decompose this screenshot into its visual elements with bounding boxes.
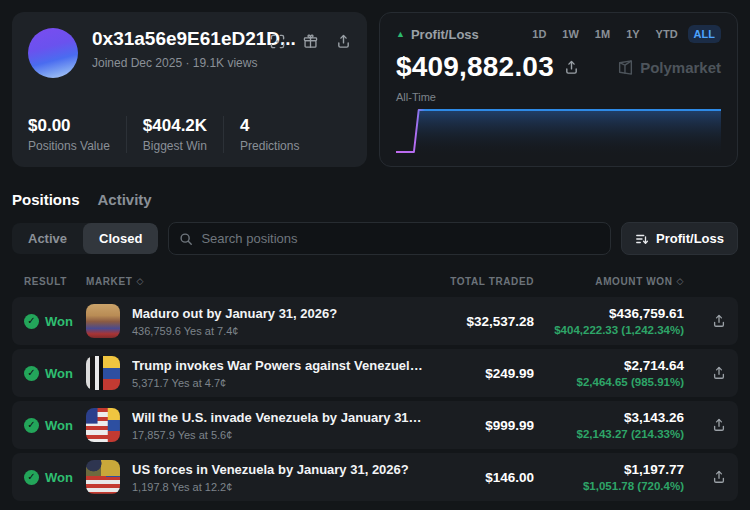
profile-name: 0x31a56e9E61eD21D... — [92, 28, 270, 50]
check-circle-icon: ✓ — [24, 366, 39, 381]
market-thumbnail — [86, 356, 120, 390]
header-total-traded[interactable]: TOTAL TRADED — [424, 276, 534, 287]
positions-list: ✓ Won Maduro out by January 31, 2026? 43… — [12, 297, 738, 501]
position-detail: 5,371.7 Yes at 4.7¢ — [132, 377, 424, 389]
expand-icon[interactable] — [270, 34, 285, 49]
status-filter: Active Closed — [12, 223, 158, 254]
range-all[interactable]: ALL — [688, 25, 721, 43]
share-icon[interactable] — [712, 366, 726, 380]
range-1m[interactable]: 1M — [589, 25, 616, 43]
sort-caret-icon: ◇ — [136, 276, 144, 286]
amount-won-value: $1,197.77 — [534, 462, 684, 477]
stat-biggest-win: $404.2K Biggest Win — [126, 116, 223, 153]
share-icon[interactable] — [712, 314, 726, 328]
time-range-selector: 1D 1W 1M 1Y YTD ALL — [526, 25, 721, 43]
position-detail: 1,197.8 Yes at 12.2¢ — [132, 481, 424, 493]
stat-predictions: 4 Predictions — [223, 116, 315, 153]
polymarket-logo-icon — [617, 59, 634, 76]
pnl-chart — [396, 104, 721, 156]
profile-card: 0x31a56e9E61eD21D... Joined Dec 2025 · 1… — [12, 12, 367, 167]
market-thumbnail — [86, 460, 120, 494]
total-traded-value: $249.99 — [424, 366, 534, 381]
top-cards: 0x31a56e9E61eD21D... Joined Dec 2025 · 1… — [12, 12, 738, 167]
polymarket-watermark: Polymarket — [617, 59, 721, 76]
range-1d[interactable]: 1D — [526, 25, 552, 43]
avatar — [28, 28, 78, 78]
header-market[interactable]: MARKET ◇ — [86, 276, 424, 287]
share-icon[interactable] — [336, 34, 351, 49]
section-tabs: Positions Activity — [12, 191, 738, 208]
positions-controls: Active Closed Profit/Loss — [12, 222, 738, 255]
share-icon[interactable] — [564, 60, 579, 75]
share-icon[interactable] — [712, 470, 726, 484]
pnl-value: $409,882.03 — [396, 51, 554, 83]
market-title[interactable]: Will the U.S. invade Venezuela by Januar… — [132, 410, 424, 425]
total-traded-value: $999.99 — [424, 418, 534, 433]
table-row[interactable]: ✓ Won Will the U.S. invade Venezuela by … — [12, 401, 738, 449]
up-triangle-icon: ▲ — [396, 30, 405, 39]
sort-descending-icon — [635, 232, 649, 246]
range-1w[interactable]: 1W — [556, 25, 585, 43]
share-icon[interactable] — [712, 418, 726, 432]
market-title[interactable]: US forces in Venezuela by January 31, 20… — [132, 462, 424, 477]
search-input[interactable] — [201, 231, 600, 246]
gift-icon[interactable] — [303, 34, 318, 49]
position-detail: 17,857.9 Yes at 5.6¢ — [132, 429, 424, 441]
profit-value: $404,222.33 (1,242.34%) — [534, 324, 684, 336]
check-circle-icon: ✓ — [24, 470, 39, 485]
profile-stats: $0.00 Positions Value $404.2K Biggest Wi… — [28, 116, 351, 153]
market-title[interactable]: Maduro out by January 31, 2026? — [132, 306, 424, 321]
market-title[interactable]: Trump invokes War Powers against Venezue… — [132, 358, 424, 373]
position-detail: 436,759.6 Yes at 7.4¢ — [132, 325, 424, 337]
table-row[interactable]: ✓ Won US forces in Venezuela by January … — [12, 453, 738, 501]
market-thumbnail — [86, 408, 120, 442]
market-thumbnail — [86, 304, 120, 338]
sort-caret-icon: ◇ — [676, 276, 684, 287]
profit-value: $1,051.78 (720.4%) — [534, 480, 684, 492]
amount-won-value: $2,714.64 — [534, 358, 684, 373]
profile-meta: Joined Dec 2025 · 19.1K views — [92, 56, 270, 70]
header-result[interactable]: RESULT — [24, 276, 86, 287]
stat-positions-value: $0.00 Positions Value — [28, 116, 126, 153]
pnl-card: ▲ Profit/Loss 1D 1W 1M 1Y YTD ALL $409,8… — [379, 12, 738, 167]
pnl-chart-container — [396, 104, 721, 156]
sort-profit-loss-button[interactable]: Profit/Loss — [621, 222, 738, 255]
header-amount-won[interactable]: AMOUNT WON ◇ — [534, 276, 684, 287]
range-ytd[interactable]: YTD — [650, 25, 684, 43]
range-1y[interactable]: 1Y — [620, 25, 645, 43]
search-box[interactable] — [168, 222, 611, 255]
tab-positions[interactable]: Positions — [12, 191, 80, 208]
total-traded-value: $146.00 — [424, 470, 534, 485]
total-traded-value: $32,537.28 — [424, 314, 534, 329]
profile-page: 0x31a56e9E61eD21D... Joined Dec 2025 · 1… — [0, 0, 750, 510]
search-icon — [179, 232, 193, 246]
table-row[interactable]: ✓ Won Maduro out by January 31, 2026? 43… — [12, 297, 738, 345]
amount-won-value: $3,143.26 — [534, 410, 684, 425]
pnl-title: Profit/Loss — [411, 27, 479, 42]
pnl-period-label: All-Time — [396, 91, 721, 103]
amount-won-value: $436,759.61 — [534, 306, 684, 321]
profit-value: $2,464.65 (985.91%) — [534, 376, 684, 388]
tab-activity[interactable]: Activity — [98, 191, 152, 208]
table-row[interactable]: ✓ Won Trump invokes War Powers against V… — [12, 349, 738, 397]
profit-value: $2,143.27 (214.33%) — [534, 428, 684, 440]
table-header: RESULT MARKET ◇ TOTAL TRADED AMOUNT WON … — [12, 265, 738, 297]
check-circle-icon: ✓ — [24, 418, 39, 433]
filter-active-button[interactable]: Active — [12, 223, 83, 254]
filter-closed-button[interactable]: Closed — [83, 223, 158, 254]
pnl-area-path — [396, 110, 721, 156]
check-circle-icon: ✓ — [24, 314, 39, 329]
